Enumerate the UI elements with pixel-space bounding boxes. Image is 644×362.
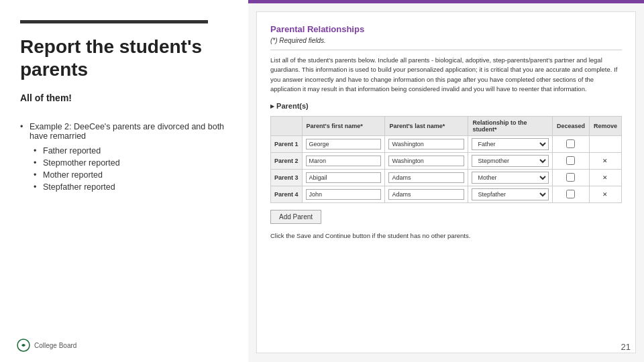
deceased-cell-1[interactable]: [552, 153, 589, 170]
remove-cell-1[interactable]: ✕: [589, 153, 621, 170]
deceased-checkbox-3[interactable]: [566, 190, 575, 198]
top-bar-right: [248, 0, 644, 3]
first-name-cell-2[interactable]: [302, 170, 385, 186]
parents-table: Parent's first name* Parent's last name*…: [270, 116, 622, 203]
parent-label-0: Parent 1: [271, 136, 303, 153]
right-content: Parental Relationships (*) Required fiel…: [256, 11, 636, 353]
col-header-deceased: Deceased: [552, 117, 589, 136]
last-name-cell-2[interactable]: [385, 170, 468, 186]
last-name-cell-3[interactable]: [385, 186, 468, 203]
remove-cell-3[interactable]: ✕: [589, 186, 621, 203]
last-name-input-1[interactable]: [388, 156, 464, 166]
first-name-input-2[interactable]: [306, 172, 382, 183]
relationship-cell-3[interactable]: Father Mother Stepmother Stepfather: [468, 186, 553, 203]
first-name-cell-0[interactable]: [302, 136, 385, 153]
col-header-label: [271, 117, 303, 136]
sub-bullet-2: Stepmother reported: [34, 158, 228, 168]
relationship-select-1[interactable]: Father Mother Stepmother Stepfather: [472, 155, 549, 167]
deceased-cell-0[interactable]: [552, 136, 589, 153]
parent-label-1: Parent 2: [271, 153, 303, 170]
last-name-cell-1[interactable]: [385, 153, 468, 170]
relationship-select-3[interactable]: Father Mother Stepmother Stepfather: [472, 188, 549, 200]
relationship-select-0[interactable]: Father Mother Stepmother Stepfather: [472, 138, 549, 150]
logo-text: College Board: [34, 342, 76, 349]
table-row: Parent 4 Father Mother Stepmother Stepfa…: [271, 186, 622, 203]
last-name-input-3[interactable]: [388, 189, 464, 200]
first-name-input-1[interactable]: [306, 156, 382, 166]
logo-area: College Board: [17, 339, 76, 352]
collegeboard-logo-icon: [17, 339, 30, 352]
last-name-input-0[interactable]: [388, 139, 464, 149]
table-row: Parent 3 Father Mother Stepmother Stepfa…: [271, 170, 622, 186]
deceased-cell-3[interactable]: [552, 186, 589, 203]
table-row: Parent 1 Father Mother Stepmother Stepfa…: [271, 136, 622, 153]
sub-bullet-3: Mother reported: [34, 170, 228, 180]
instructions: List all of the student's parents below.…: [270, 50, 622, 94]
relationship-cell-0[interactable]: Father Mother Stepmother Stepfather: [468, 136, 553, 153]
right-panel: Parental Relationships (*) Required fiel…: [248, 0, 644, 362]
subtitle: All of them!: [20, 93, 228, 103]
relationship-cell-2[interactable]: Father Mother Stepmother Stepfather: [468, 170, 553, 186]
top-bar-left: [20, 20, 208, 23]
remove-cell-2[interactable]: ✕: [589, 170, 621, 186]
deceased-cell-2[interactable]: [552, 170, 589, 186]
relationship-select-2[interactable]: Father Mother Stepmother Stepfather: [472, 172, 549, 184]
first-name-input-0[interactable]: [306, 139, 382, 149]
last-name-input-2[interactable]: [388, 172, 464, 183]
first-name-cell-1[interactable]: [302, 153, 385, 170]
remove-cell-0: [589, 136, 621, 153]
col-header-remove: Remove: [589, 117, 621, 136]
bullet-main: Example 2: DeeCee's parents are divorced…: [20, 122, 228, 141]
deceased-checkbox-1[interactable]: [566, 156, 575, 165]
last-name-cell-0[interactable]: [385, 136, 468, 153]
deceased-checkbox-2[interactable]: [566, 173, 575, 182]
section-title: Parental Relationships: [270, 24, 622, 34]
parent-label-2: Parent 3: [271, 170, 303, 186]
parent-label-3: Parent 4: [271, 186, 303, 203]
sub-bullets-list: Father reported Stepmother reported Moth…: [20, 146, 228, 192]
first-name-input-3[interactable]: [306, 189, 382, 200]
bottom-note: Click the Save and Continue button if th…: [270, 232, 622, 239]
slide-title: Report the student's parents: [20, 36, 228, 80]
first-name-cell-3[interactable]: [302, 186, 385, 203]
required-note: (*) Required fields.: [270, 37, 622, 44]
left-panel: Report the student's parents All of them…: [0, 0, 248, 362]
deceased-checkbox-0[interactable]: [566, 139, 575, 148]
col-header-relationship: Relationship to the student*: [468, 117, 553, 136]
col-header-first: Parent's first name*: [302, 117, 385, 136]
relationship-cell-1[interactable]: Father Mother Stepmother Stepfather: [468, 153, 553, 170]
sub-bullet-1: Father reported: [34, 146, 228, 156]
add-parent-button[interactable]: Add Parent: [270, 210, 321, 224]
table-row: Parent 2 Father Mother Stepmother Stepfa…: [271, 153, 622, 170]
col-header-last: Parent's last name*: [385, 117, 468, 136]
sub-bullet-4: Stepfather reported: [34, 182, 228, 192]
page-number: 21: [621, 342, 631, 352]
parents-header: ▸ Parent(s): [270, 102, 622, 111]
